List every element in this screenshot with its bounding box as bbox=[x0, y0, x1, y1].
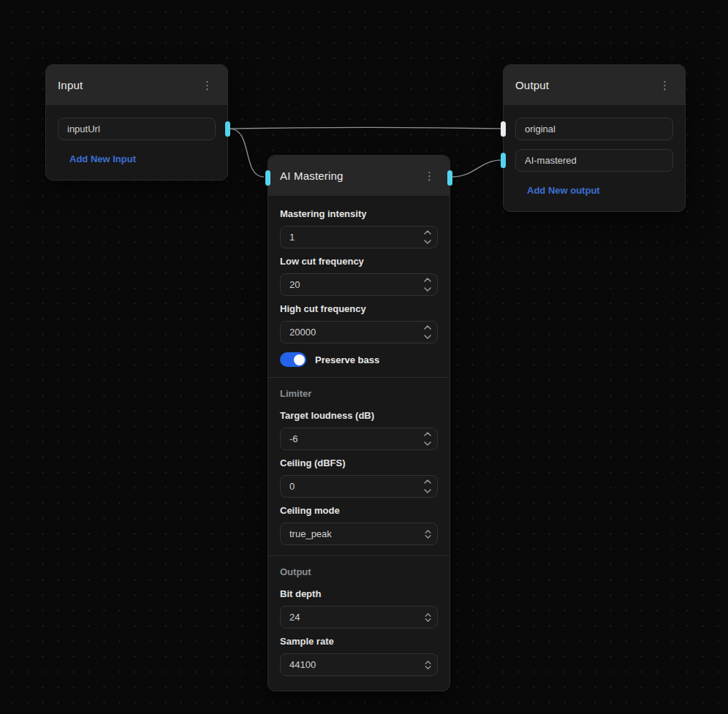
input-node-header[interactable]: Input ⋮ bbox=[46, 65, 227, 106]
output-node-menu-icon[interactable]: ⋮ bbox=[655, 77, 675, 94]
low-cut-frequency-stepper bbox=[280, 273, 438, 296]
add-new-output-link[interactable]: Add New output bbox=[527, 185, 600, 196]
target-loudness-stepper bbox=[280, 428, 438, 450]
ceiling-label: Ceiling (dBFS) bbox=[280, 457, 438, 469]
ai-mastering-node-menu-icon[interactable]: ⋮ bbox=[420, 167, 439, 184]
mastering-output-port[interactable] bbox=[447, 170, 452, 186]
high-cut-frequency-stepper bbox=[280, 321, 438, 343]
target-loudness-input[interactable] bbox=[280, 428, 438, 450]
output-node-title: Output bbox=[515, 79, 549, 91]
add-new-input-link[interactable]: Add New Input bbox=[69, 153, 136, 164]
node-editor-canvas[interactable]: Input ⋮ Add New Input AI Mastering ⋮ Mas… bbox=[0, 0, 728, 714]
chevron-up-icon[interactable] bbox=[422, 228, 433, 237]
output-section-title: Output bbox=[280, 566, 438, 578]
ceiling-mode-label: Ceiling mode bbox=[280, 505, 438, 517]
input-node[interactable]: Input ⋮ Add New Input bbox=[45, 64, 228, 181]
ceiling-mode-select[interactable] bbox=[280, 523, 438, 545]
input-node-title: Input bbox=[58, 79, 83, 91]
high-cut-frequency-input[interactable] bbox=[280, 321, 438, 343]
wire-input-to-original bbox=[230, 128, 502, 129]
output-node-body: Add New output bbox=[504, 106, 685, 211]
mastering-intensity-label: Mastering intensity bbox=[280, 208, 438, 220]
low-cut-frequency-input[interactable] bbox=[280, 273, 438, 296]
wire-mastering-to-ai-mastered bbox=[452, 160, 502, 177]
target-loudness-label: Target loudness (dB) bbox=[280, 410, 438, 422]
chevron-down-icon[interactable] bbox=[422, 439, 433, 448]
output-ai-mastered-field[interactable] bbox=[515, 149, 673, 172]
preserve-bass-label: Preserve bass bbox=[315, 354, 379, 365]
sample-rate-select[interactable] bbox=[280, 653, 438, 676]
chevron-up-icon[interactable] bbox=[422, 430, 433, 438]
wire-input-to-mastering bbox=[230, 129, 264, 177]
sample-rate-label: Sample rate bbox=[280, 636, 438, 647]
preserve-bass-toggle[interactable] bbox=[280, 352, 306, 367]
ai-mastering-node-header[interactable]: AI Mastering ⋮ bbox=[268, 156, 450, 197]
bit-depth-label: Bit depth bbox=[280, 588, 438, 600]
output-original-port[interactable] bbox=[501, 121, 506, 137]
mastering-intensity-stepper bbox=[280, 226, 438, 248]
input-node-body: Add New Input bbox=[46, 106, 227, 180]
section-divider bbox=[268, 377, 450, 378]
chevron-up-icon[interactable] bbox=[422, 323, 433, 332]
bit-depth-select[interactable] bbox=[280, 606, 438, 628]
chevron-down-icon[interactable] bbox=[422, 285, 433, 294]
input-node-menu-icon[interactable]: ⋮ bbox=[197, 77, 217, 94]
chevron-up-icon[interactable] bbox=[422, 276, 433, 284]
output-ai-mastered-port[interactable] bbox=[501, 153, 506, 168]
ceiling-input[interactable] bbox=[280, 475, 438, 498]
chevron-down-icon[interactable] bbox=[422, 487, 433, 495]
output-original-field[interactable] bbox=[515, 118, 673, 140]
mastering-input-port[interactable] bbox=[265, 170, 270, 186]
limiter-section-title: Limiter bbox=[280, 388, 438, 400]
chevron-down-icon[interactable] bbox=[422, 238, 433, 246]
mastering-intensity-input[interactable] bbox=[280, 226, 438, 248]
ai-mastering-node[interactable]: AI Mastering ⋮ Mastering intensity bbox=[268, 155, 450, 691]
section-divider bbox=[268, 555, 450, 556]
input-url-field[interactable] bbox=[58, 118, 216, 140]
toggle-knob bbox=[294, 354, 305, 365]
ai-mastering-node-title: AI Mastering bbox=[280, 170, 344, 182]
output-node-header[interactable]: Output ⋮ bbox=[504, 65, 685, 106]
low-cut-frequency-label: Low cut frequency bbox=[280, 256, 438, 267]
high-cut-frequency-label: High cut frequency bbox=[280, 303, 438, 315]
chevron-down-icon[interactable] bbox=[422, 333, 433, 341]
ai-mastering-node-body: Mastering intensity Low cut frequency bbox=[268, 197, 450, 691]
ceiling-stepper bbox=[280, 475, 438, 498]
output-node[interactable]: Output ⋮ Add New output bbox=[503, 64, 686, 212]
input-output-port[interactable] bbox=[225, 121, 230, 137]
chevron-up-icon[interactable] bbox=[422, 477, 433, 486]
